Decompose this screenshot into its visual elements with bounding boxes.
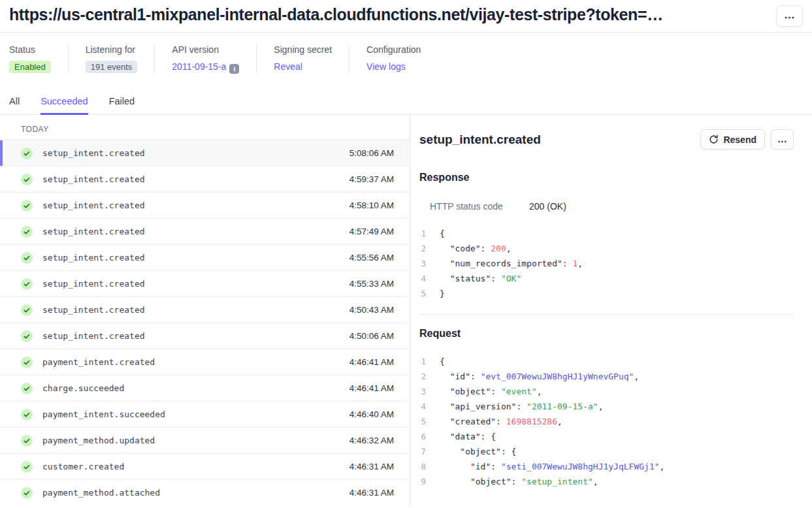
check-circle-icon	[21, 252, 33, 264]
signing-secret-column: Signing secret Reveal	[256, 44, 349, 74]
event-list-item[interactable]: charge.succeeded4:46:41 AM	[0, 375, 410, 402]
code-line: 3 "num_records_imported": 1,	[419, 256, 794, 271]
event-list-item[interactable]: payment_method.attached4:46:31 AM	[0, 480, 410, 505]
check-circle-icon	[21, 435, 33, 447]
tab-failed[interactable]: Failed	[109, 96, 135, 114]
listening-column: Listening for 191 events	[68, 44, 155, 74]
request-code-block: 1{2 "id": "evt_007WewuJW8hgHJ1yWnevGPuq"…	[419, 354, 794, 489]
configuration-label: Configuration	[366, 44, 421, 55]
view-logs-link[interactable]: View logs	[366, 61, 406, 72]
check-circle-icon	[21, 330, 33, 342]
webhook-endpoint-page: https://us-central1-mixpanel-internal-da…	[0, 0, 812, 505]
event-time: 5:08:06 AM	[349, 148, 394, 158]
event-name: payment_method.attached	[42, 488, 349, 498]
check-circle-icon	[21, 278, 33, 290]
code-line: 2 "code": 200,	[419, 241, 794, 256]
check-circle-icon	[21, 461, 33, 473]
line-number: 1	[419, 226, 426, 241]
check-circle-icon	[21, 357, 33, 368]
event-time: 4:46:41 AM	[349, 383, 394, 393]
event-list-item[interactable]: setup_intent.created4:58:10 AM	[0, 193, 410, 219]
endpoint-meta-row: Status Enabled Listening for 191 events …	[0, 33, 812, 74]
code-line: 1{	[419, 354, 794, 369]
event-list-item[interactable]: payment_intent.succeeded4:46:40 AM	[0, 402, 410, 428]
refresh-icon	[709, 135, 719, 144]
check-circle-icon	[21, 226, 33, 238]
detail-overflow-button[interactable]	[771, 129, 794, 150]
event-name: setup_intent.created	[42, 305, 349, 315]
status-column: Status Enabled	[9, 44, 68, 74]
code-line: 9 "object": "setup_intent",	[419, 474, 794, 489]
page-title: https://us-central1-mixpanel-internal-da…	[9, 4, 663, 24]
event-time: 4:57:49 AM	[349, 227, 394, 236]
resend-button[interactable]: Resend	[700, 129, 765, 150]
code-line: 8 "id": "seti_007WewuJW8hgHJ1yJqLFWGj1",	[419, 459, 794, 474]
line-number: 1	[419, 354, 426, 369]
request-heading: Request	[419, 328, 794, 340]
check-circle-icon	[21, 409, 33, 421]
event-name: setup_intent.created	[42, 331, 349, 341]
check-circle-icon	[21, 148, 33, 159]
section-divider	[419, 314, 794, 315]
event-list-item[interactable]: payment_intent.created4:46:41 AM	[0, 349, 410, 375]
code-line: 1{	[419, 226, 794, 241]
tab-succeeded[interactable]: Succeeded	[41, 96, 88, 115]
api-version-label: API version	[172, 44, 239, 55]
check-circle-icon	[21, 487, 33, 499]
response-heading: Response	[419, 172, 794, 183]
http-status-value: 200 (OK)	[529, 201, 566, 212]
event-count-badge: 191 events	[86, 61, 138, 73]
code-line: 6 "data": {	[419, 429, 794, 444]
api-version-column: API version 2011-09-15-ai	[154, 44, 256, 74]
tab-all[interactable]: All	[9, 96, 20, 114]
line-number: 3	[419, 256, 426, 271]
event-list-item[interactable]: customer.created4:46:31 AM	[0, 454, 410, 480]
line-number: 2	[419, 369, 426, 384]
event-time: 4:46:40 AM	[349, 409, 394, 419]
event-list-item[interactable]: setup_intent.created4:50:06 AM	[0, 323, 410, 349]
line-number: 4	[419, 399, 426, 414]
response-code-block: 1{2 "code": 200,3 "num_records_imported"…	[419, 226, 794, 301]
ellipsis-icon	[785, 11, 794, 21]
code-line: 5}	[419, 286, 794, 301]
event-filter-tabs: AllSucceededFailed	[0, 96, 812, 115]
event-list-item[interactable]: setup_intent.created4:57:49 AM	[0, 219, 410, 245]
line-number: 5	[419, 414, 426, 429]
code-line: 4 "status": "OK"	[419, 271, 794, 286]
reveal-secret-link[interactable]: Reveal	[274, 61, 302, 72]
event-detail-pane: setup_intent.created Resend	[410, 115, 812, 505]
event-name: setup_intent.created	[42, 174, 349, 184]
event-list-item[interactable]: setup_intent.created5:08:06 AM	[0, 140, 410, 167]
event-list-item[interactable]: payment_method.updated4:46:32 AM	[0, 428, 410, 454]
event-list-item[interactable]: setup_intent.created4:55:56 AM	[0, 245, 410, 271]
event-name: setup_intent.created	[42, 253, 349, 262]
event-name: setup_intent.created	[42, 227, 349, 236]
line-number: 7	[419, 444, 426, 459]
event-name: payment_intent.created	[42, 357, 349, 367]
info-icon: i	[229, 64, 239, 74]
line-number: 6	[419, 429, 426, 444]
event-time: 4:58:10 AM	[349, 200, 394, 210]
event-name: charge.succeeded	[42, 383, 349, 393]
page-overflow-button[interactable]	[776, 5, 803, 27]
event-name: setup_intent.created	[42, 279, 349, 289]
main-split: TODAY setup_intent.created5:08:06 AMsetu…	[0, 115, 812, 505]
event-time: 4:55:56 AM	[349, 253, 394, 262]
event-list-item[interactable]: setup_intent.created4:50:43 AM	[0, 297, 410, 323]
event-list-item[interactable]: setup_intent.created4:59:37 AM	[0, 167, 410, 193]
line-number: 8	[419, 459, 426, 474]
http-status-label: HTTP status code	[430, 201, 529, 212]
event-name: customer.created	[42, 462, 349, 471]
listening-label: Listening for	[86, 44, 138, 55]
check-circle-icon	[21, 383, 33, 394]
event-list-item[interactable]: setup_intent.created4:55:33 AM	[0, 271, 410, 297]
event-name: payment_method.updated	[42, 436, 349, 445]
code-line: 4 "api_version": "2011-09-15-a",	[419, 399, 794, 414]
line-number: 5	[419, 286, 426, 301]
api-version-link[interactable]: 2011-09-15-a	[172, 61, 226, 72]
code-line: 2 "id": "evt_007WewuJW8hgHJ1yWnevGPuq",	[419, 369, 794, 384]
detail-header: setup_intent.created Resend	[419, 129, 794, 150]
line-number: 2	[419, 241, 426, 256]
event-list-pane: TODAY setup_intent.created5:08:06 AMsetu…	[0, 115, 410, 505]
event-name: payment_intent.succeeded	[42, 409, 349, 419]
